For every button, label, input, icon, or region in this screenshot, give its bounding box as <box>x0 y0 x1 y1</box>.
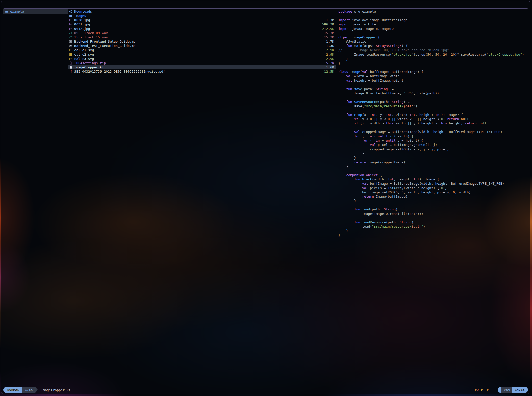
code-line <box>338 65 526 70</box>
code-line: fun save(path: String) = <box>338 87 526 91</box>
code-line: for (i in x until x + width) { <box>338 134 526 138</box>
image-icon <box>69 53 73 56</box>
headphones-icon <box>69 36 73 39</box>
file-name: example <box>10 10 24 13</box>
code-line <box>338 216 526 220</box>
terminal-window: ~/Data/example/example example Downloads… <box>1 1 530 394</box>
file-row[interactable]: Backend_Frontend_Setup_Guide.md1.7K <box>68 39 336 44</box>
file-size-badge: 1.6K <box>22 387 35 393</box>
image-icon <box>69 57 73 61</box>
code-line: fun crop(x: Int, y: Int, width: Int, hei… <box>338 113 526 117</box>
code-line: fun loadResource(path: String) = <box>338 220 526 224</box>
file-size: 15.3M <box>321 31 334 35</box>
code-line: fun main(args: Array<String>) { <box>338 44 526 48</box>
file-name: 0042.jpg <box>74 27 90 31</box>
image-icon <box>69 23 73 26</box>
code-line: val height = buffImage.height <box>338 78 526 83</box>
parent-pane: example <box>3 9 68 386</box>
zip-icon <box>69 61 73 65</box>
code-line: buffImage.setRGB(0, 0, width, height, pi… <box>338 190 526 194</box>
code-line: if (x < 0 || y < 0 || width < 0 || heigh… <box>338 117 526 121</box>
file-row[interactable]: 0031.jpg586.3K <box>68 22 336 27</box>
code-line: val pixel = buffImage.getRGB(i, j) <box>338 143 526 147</box>
code-line: fun load(path: String) = <box>338 207 526 212</box>
file-name: Backend_Frontend_Setup_Guide.md <box>74 40 136 43</box>
code-line: } <box>338 233 526 237</box>
folder-icon <box>5 10 9 13</box>
code-line: } <box>338 151 526 156</box>
file-name: 0028.jpg <box>74 18 90 22</box>
file-size: 1.6K <box>323 65 334 69</box>
code-line <box>338 95 526 100</box>
file-row[interactable]: Downloads <box>68 9 336 14</box>
file-row[interactable]: cal-c3.svg2.9K <box>68 57 336 61</box>
code-line: } <box>338 57 526 61</box>
powerline-arrow-icon <box>35 387 38 393</box>
file-row[interactable]: 0042.jpg212.9K <box>68 27 336 31</box>
mode-badge: NORMAL <box>3 387 22 393</box>
code-line: // Image.black(100, 100).saveResource("b… <box>338 48 526 52</box>
image-icon <box>69 18 73 22</box>
code-line: } <box>338 61 526 65</box>
code-line: save("src/main/resources/$path") <box>338 104 526 108</box>
preview-pane: package org.example import java.awt.imag… <box>336 9 528 386</box>
file-size: 212.9K <box>319 27 334 31</box>
code-line: } <box>338 199 526 203</box>
code-line: val croppedImage = BufferedImage(width, … <box>338 130 526 134</box>
image-icon <box>69 48 73 52</box>
file-row[interactable]: cal-c2.svg2.9K <box>68 52 336 57</box>
code-line: } <box>338 156 526 160</box>
code-line: fun black(width: Int, height: Int): Imag… <box>338 177 526 181</box>
folder-icon <box>69 14 73 18</box>
file-size: 2.9K <box>323 52 334 56</box>
file-icon <box>69 66 73 69</box>
code-line: load("src/main/resources/$path") <box>338 224 526 229</box>
file-name: 15 - Track 15.wav <box>74 35 108 39</box>
file-name: ImageCropper.kt <box>74 65 104 69</box>
code-line: } <box>338 164 526 169</box>
code-line: return Image(buffImage) <box>338 194 526 199</box>
file-name: 09 - Track 09.wav <box>74 31 108 35</box>
markdown-icon <box>69 40 73 43</box>
file-size: 2.9K <box>323 57 334 61</box>
code-line <box>338 14 526 18</box>
file-row[interactable]: cal-c1.svg2.9K <box>68 48 336 52</box>
file-row[interactable]: 0028.jpg1.3M <box>68 18 336 22</box>
file-row[interactable]: ImageCropper.kt1.6K <box>68 65 336 69</box>
powerline-cap-icon <box>498 387 501 393</box>
file-size: 1.3K <box>323 44 334 48</box>
file-name: cal-c2.svg <box>74 52 94 56</box>
code-line: val width = buffImage.width <box>338 74 526 78</box>
file-row[interactable]: SBI_0032013739_2023_DE05_0003155631Invoi… <box>68 69 336 74</box>
markdown-icon <box>69 44 73 48</box>
file-name: Backend_Test_Execution_Guide.md <box>74 44 136 48</box>
file-row[interactable]: Images <box>68 14 336 18</box>
code-line: if (x + width > this.width || y + height… <box>338 121 526 125</box>
file-row[interactable]: 15 - Track 15.wav15.3M <box>68 35 336 39</box>
file-permissions: -rw-r--r-- <box>473 388 492 392</box>
headphones-icon <box>69 31 73 35</box>
file-name: Images <box>74 14 86 18</box>
file-row[interactable]: Backend_Test_Execution_Guide.md1.3K <box>68 44 336 48</box>
code-line: import javax.imageio.ImageIO <box>338 27 526 31</box>
pdf-icon <box>69 70 73 73</box>
code-line: val pixels = IntArray(width * height) { … <box>338 186 526 190</box>
status-filename: ImageCropper.kt <box>41 388 70 392</box>
code-line <box>338 31 526 35</box>
code-line: object ImageCropper { <box>338 35 526 39</box>
status-right: -rw-r--r-- 93% 14/15 <box>473 387 528 393</box>
file-name: 0031.jpg <box>74 22 90 26</box>
code-line <box>338 83 526 87</box>
code-line: companion object { <box>338 173 526 177</box>
code-line <box>338 125 526 130</box>
code-line: for (j in y until y + height) { <box>338 138 526 143</box>
file-row[interactable]: IDEAsettings.zip5.2K <box>68 61 336 65</box>
image-icon <box>69 27 73 31</box>
file-row[interactable]: 09 - Track 09.wav15.3M <box>68 31 336 35</box>
file-name: cal-c3.svg <box>74 57 94 61</box>
file-name: IDEAsettings.zip <box>74 61 106 65</box>
file-row[interactable]: example <box>3 9 68 14</box>
file-name: Downloads <box>74 10 92 13</box>
file-size: 15.3M <box>321 35 334 39</box>
code-line: croppedImage.setRGB(i - x, j - y, pixel) <box>338 147 526 151</box>
